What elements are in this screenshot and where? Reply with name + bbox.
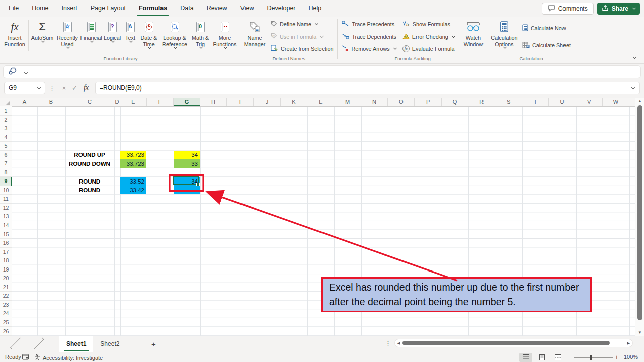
cell-C7[interactable]: ROUND DOWN — [65, 159, 114, 168]
column-header-N[interactable]: N — [361, 98, 388, 106]
column-header-P[interactable]: P — [415, 98, 441, 106]
text-button[interactable]: A Text — [122, 18, 138, 55]
row-header-5[interactable]: 5 — [0, 142, 12, 151]
scroll-right-arrow-icon[interactable]: ▶ — [625, 341, 632, 345]
menu-tab-review[interactable]: Review — [200, 0, 234, 17]
row-header-18[interactable]: 18 — [0, 256, 12, 265]
column-header-G[interactable]: G — [174, 98, 200, 106]
trace-precedents-button[interactable]: Trace Precedents — [340, 19, 397, 30]
scroll-left-arrow-icon[interactable]: ◀ — [395, 341, 403, 345]
row-header-1[interactable]: 1 — [0, 107, 12, 116]
menu-tab-help[interactable]: Help — [302, 0, 329, 17]
error-checking-button[interactable]: Error Checking — [401, 31, 456, 42]
cell-E7[interactable]: 33.723 — [120, 159, 146, 168]
column-header-M[interactable]: M — [334, 98, 361, 106]
row-header-4[interactable]: 4 — [0, 133, 12, 142]
macro-record-icon[interactable] — [22, 354, 29, 361]
lookup-reference-button[interactable]: Lookup & Reference — [159, 18, 190, 55]
more-functions-button[interactable]: ⋯ More Functions — [211, 18, 239, 55]
calculate-now-button[interactable]: Calculate Now — [521, 23, 572, 34]
name-box-chevron-icon[interactable] — [37, 86, 41, 89]
row-header-11[interactable]: 11 — [0, 195, 12, 204]
row-header-9[interactable]: 9 — [0, 177, 12, 186]
page-break-preview-button[interactable] — [551, 353, 565, 362]
zoom-level-label[interactable]: 100% — [624, 354, 638, 360]
row-header-2[interactable]: 2 — [0, 116, 12, 125]
tabbar-drag-handle-dots-icon[interactable]: ⋮ — [385, 340, 391, 347]
insert-function-button[interactable]: fx Insert Function — [2, 18, 27, 55]
menu-tab-home[interactable]: Home — [25, 0, 55, 17]
zoom-out-button[interactable]: − — [566, 353, 570, 361]
column-header-O[interactable]: O — [388, 98, 415, 106]
row-header-7[interactable]: 7 — [0, 159, 12, 168]
cell-C10[interactable]: ROUND — [65, 186, 114, 195]
collapse-ribbon-chevron-icon[interactable] — [633, 55, 636, 59]
row-header-8[interactable]: 8 — [0, 168, 12, 177]
column-header-R[interactable]: R — [468, 98, 495, 106]
column-header-A[interactable]: A — [12, 98, 37, 106]
menu-tab-file[interactable]: File — [2, 0, 25, 17]
vertical-scrollbar-thumb[interactable] — [637, 105, 642, 320]
prev-sheet-chevron-icon[interactable] — [10, 337, 22, 349]
row-header-22[interactable]: 22 — [0, 292, 12, 301]
menu-tab-page-layout[interactable]: Page Layout — [84, 0, 132, 17]
watch-window-button[interactable]: Watch Window — [460, 18, 487, 55]
menu-tab-view[interactable]: View — [234, 0, 261, 17]
cell-G10[interactable] — [174, 186, 200, 195]
horizontal-scrollbar[interactable]: ◀ ▶ — [394, 339, 633, 347]
row-header-24[interactable]: 24 — [0, 309, 12, 318]
use-in-formula-button[interactable]: fx Use in Formula — [269, 31, 335, 42]
cell-E9[interactable]: 33.52 — [120, 177, 146, 186]
insert-function-fx-icon[interactable]: fx — [80, 84, 92, 92]
scroll-up-arrow-icon[interactable]: ▲ — [635, 99, 644, 103]
row-header-13[interactable]: 13 — [0, 212, 12, 221]
logical-button[interactable]: ? Logical — [102, 18, 122, 55]
row-header-20[interactable]: 20 — [0, 274, 12, 283]
column-header-C[interactable]: C — [65, 98, 114, 106]
menu-tab-data[interactable]: Data — [174, 0, 200, 17]
column-header-W[interactable]: W — [603, 98, 629, 106]
cell-E6[interactable]: 33.723 — [120, 151, 146, 159]
column-header-K[interactable]: K — [281, 98, 307, 106]
page-layout-view-button[interactable] — [535, 353, 548, 362]
cell-C9[interactable]: ROUND — [65, 177, 114, 186]
create-from-selection-button[interactable]: Create from Selection — [269, 43, 335, 54]
normal-view-button[interactable] — [519, 353, 532, 362]
formula-input[interactable]: =ROUND(E9,0) — [95, 82, 640, 94]
row-header-26[interactable]: 26 — [0, 327, 12, 336]
row-header-3[interactable]: 3 — [0, 124, 12, 133]
cell-C6[interactable]: ROUND UP — [65, 151, 114, 159]
column-header-L[interactable]: L — [307, 98, 334, 106]
scroll-down-arrow-icon[interactable]: ▼ — [635, 330, 644, 335]
column-header-I[interactable]: I — [227, 98, 254, 106]
recently-used-button[interactable]: ☆ Recently Used — [55, 18, 80, 55]
row-header-23[interactable]: 23 — [0, 301, 12, 310]
calculation-options-button[interactable]: Calculation Options — [489, 18, 519, 55]
row-header-17[interactable]: 17 — [0, 248, 12, 257]
row-header-6[interactable]: 6 — [0, 151, 12, 160]
column-header-F[interactable]: F — [147, 98, 174, 106]
cell-E10[interactable]: 33.42 — [120, 186, 146, 195]
column-header-V[interactable]: V — [576, 98, 603, 106]
select-all-corner[interactable] — [0, 98, 12, 106]
vertical-scrollbar[interactable]: ▲ ▼ — [635, 98, 644, 336]
show-formulas-button[interactable]: fx Show Formulas — [401, 19, 456, 30]
math-trig-button[interactable]: θ Math & Trig — [190, 18, 211, 55]
cancel-icon[interactable]: × — [59, 84, 69, 92]
enter-check-icon[interactable]: ✓ — [69, 84, 80, 92]
sheet-tab-sheet2[interactable]: Sheet2 — [93, 336, 126, 352]
column-header-T[interactable]: T — [522, 98, 549, 106]
financial-button[interactable]: Financial — [80, 18, 102, 55]
name-manager-button[interactable]: Name Manager — [242, 18, 268, 55]
column-header-U[interactable]: U — [549, 98, 576, 106]
row-header-12[interactable]: 12 — [0, 204, 12, 213]
column-header-E[interactable]: E — [120, 98, 147, 106]
menu-tab-formulas[interactable]: Formulas — [132, 0, 174, 17]
remove-arrows-button[interactable]: Remove Arrows — [340, 43, 397, 54]
menu-tab-developer[interactable]: Developer — [261, 0, 302, 17]
row-header-19[interactable]: 19 — [0, 265, 12, 275]
autosum-button[interactable]: Σ AutoSum — [30, 18, 55, 55]
column-header-B[interactable]: B — [37, 98, 65, 106]
expand-formula-bar-chevron-icon[interactable] — [631, 86, 635, 89]
column-header-S[interactable]: S — [496, 98, 522, 106]
